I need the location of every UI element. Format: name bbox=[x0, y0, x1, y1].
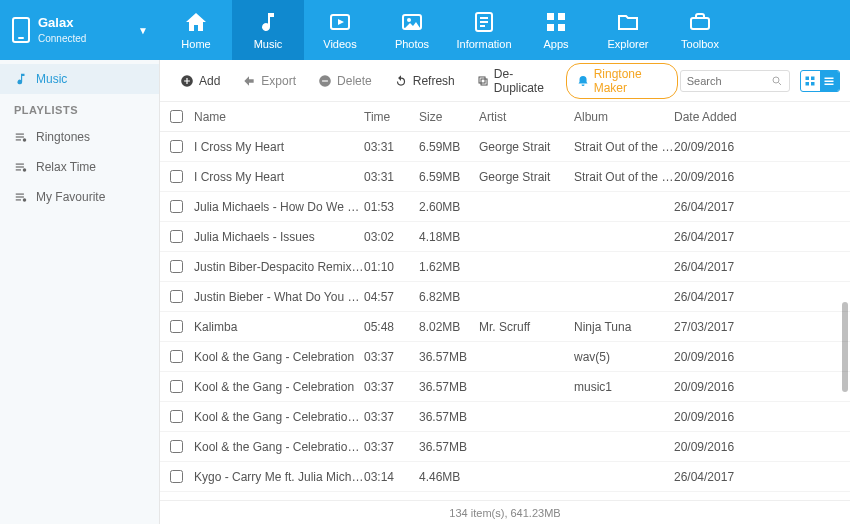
svg-rect-20 bbox=[16, 194, 24, 195]
explorer-icon bbox=[616, 10, 640, 34]
table-row[interactable]: Julia Michaels - How Do We Get Ba...01:5… bbox=[160, 192, 850, 222]
cell-date: 20/09/2016 bbox=[674, 170, 764, 184]
table-row[interactable]: Justin Bieber - What Do You Mean04:576.8… bbox=[160, 282, 850, 312]
cell-date: 20/09/2016 bbox=[674, 140, 764, 154]
svg-rect-8 bbox=[558, 13, 565, 20]
row-checkbox[interactable] bbox=[170, 410, 183, 423]
svg-rect-5 bbox=[480, 21, 488, 23]
svg-point-29 bbox=[773, 77, 779, 83]
cell-date: 20/09/2016 bbox=[674, 410, 764, 424]
nav-apps[interactable]: Apps bbox=[520, 0, 592, 60]
refresh-icon bbox=[394, 74, 408, 88]
svg-rect-31 bbox=[811, 76, 815, 80]
search-box[interactable] bbox=[680, 70, 790, 92]
col-artist[interactable]: Artist bbox=[479, 110, 574, 124]
row-checkbox-cell bbox=[170, 410, 194, 423]
nav-label: Information bbox=[456, 38, 511, 50]
table-row[interactable]: I Cross My Heart03:316.59MBGeorge Strait… bbox=[160, 132, 850, 162]
playlist-item[interactable]: Relax Time bbox=[0, 152, 159, 182]
deduplicate-icon bbox=[477, 74, 489, 88]
sidebar-music[interactable]: Music bbox=[0, 64, 159, 94]
playlist-item[interactable]: Ringtones bbox=[0, 122, 159, 152]
table-row[interactable]: Kool & the Gang - Celebration(2)03:3736.… bbox=[160, 432, 850, 462]
cell-date: 20/09/2016 bbox=[674, 440, 764, 454]
table-row[interactable]: Kool & the Gang - Celebration03:3736.57M… bbox=[160, 342, 850, 372]
svg-rect-4 bbox=[480, 17, 488, 19]
row-checkbox-cell bbox=[170, 170, 194, 183]
cell-name: Justin Biber-Despacito Remix Luis F... bbox=[194, 260, 364, 274]
music-icon bbox=[256, 10, 280, 34]
table-row[interactable]: Kygo - Carry Me ft. Julia Michaels03:144… bbox=[160, 462, 850, 492]
grid-view-button[interactable] bbox=[801, 71, 820, 91]
row-checkbox-cell bbox=[170, 140, 194, 153]
playlist-item[interactable]: My Favourite bbox=[0, 182, 159, 212]
nav-videos[interactable]: Videos bbox=[304, 0, 376, 60]
col-time[interactable]: Time bbox=[364, 110, 419, 124]
device-selector[interactable]: Galax Connected ▼ bbox=[0, 0, 160, 60]
view-switch bbox=[800, 70, 840, 92]
row-checkbox[interactable] bbox=[170, 470, 183, 483]
nav-label: Photos bbox=[395, 38, 429, 50]
refresh-button[interactable]: Refresh bbox=[384, 70, 465, 92]
cell-time: 05:48 bbox=[364, 320, 419, 334]
list-view-button[interactable] bbox=[820, 71, 839, 91]
table-row[interactable]: Kool & the Gang - Celebration03:3736.57M… bbox=[160, 372, 850, 402]
row-checkbox[interactable] bbox=[170, 170, 183, 183]
row-checkbox[interactable] bbox=[170, 320, 183, 333]
row-checkbox[interactable] bbox=[170, 230, 183, 243]
table-row[interactable]: I Cross My Heart03:316.59MBGeorge Strait… bbox=[160, 162, 850, 192]
cell-time: 01:53 bbox=[364, 200, 419, 214]
nav-label: Home bbox=[181, 38, 210, 50]
add-button[interactable]: Add bbox=[170, 70, 230, 92]
list-icon bbox=[823, 75, 835, 87]
cell-album: Strait Out of the B... bbox=[574, 170, 674, 184]
search-input[interactable] bbox=[687, 75, 767, 87]
row-checkbox[interactable] bbox=[170, 440, 183, 453]
row-checkbox[interactable] bbox=[170, 380, 183, 393]
table-row[interactable]: Justin Biber-Despacito Remix Luis F...01… bbox=[160, 252, 850, 282]
row-checkbox[interactable] bbox=[170, 350, 183, 363]
export-button[interactable]: Export bbox=[232, 70, 306, 92]
svg-rect-32 bbox=[806, 82, 810, 86]
cell-time: 03:37 bbox=[364, 440, 419, 454]
nav-toolbox[interactable]: Toolbox bbox=[664, 0, 736, 60]
col-album[interactable]: Album bbox=[574, 110, 674, 124]
cell-time: 03:31 bbox=[364, 140, 419, 154]
row-checkbox-cell bbox=[170, 230, 194, 243]
delete-button[interactable]: Delete bbox=[308, 70, 382, 92]
scrollbar[interactable] bbox=[842, 302, 848, 392]
col-size[interactable]: Size bbox=[419, 110, 479, 124]
nav-music[interactable]: Music bbox=[232, 0, 304, 60]
cell-name: Kool & the Gang - Celebration(2) bbox=[194, 440, 364, 454]
cell-size: 4.18MB bbox=[419, 230, 479, 244]
cell-album: music1 bbox=[574, 380, 674, 394]
nav-photos[interactable]: Photos bbox=[376, 0, 448, 60]
nav-home[interactable]: Home bbox=[160, 0, 232, 60]
cell-time: 01:10 bbox=[364, 260, 419, 274]
row-checkbox-cell bbox=[170, 470, 194, 483]
nav-label: Toolbox bbox=[681, 38, 719, 50]
row-checkbox[interactable] bbox=[170, 290, 183, 303]
row-checkbox[interactable] bbox=[170, 200, 183, 213]
nav-explorer[interactable]: Explorer bbox=[592, 0, 664, 60]
cell-date: 26/04/2017 bbox=[674, 230, 764, 244]
status-bar: 134 item(s), 641.23MB bbox=[160, 500, 850, 524]
table-row[interactable]: Kalimba05:488.02MBMr. ScruffNinja Tuna27… bbox=[160, 312, 850, 342]
nav-info[interactable]: Information bbox=[448, 0, 520, 60]
table-row[interactable]: Julia Michaels - Issues03:024.18MB26/04/… bbox=[160, 222, 850, 252]
deduplicate-button[interactable]: De-Duplicate bbox=[467, 63, 564, 99]
cell-size: 2.60MB bbox=[419, 200, 479, 214]
row-checkbox-cell bbox=[170, 320, 194, 333]
select-all-checkbox[interactable] bbox=[170, 110, 183, 123]
cell-date: 20/09/2016 bbox=[674, 380, 764, 394]
row-checkbox[interactable] bbox=[170, 140, 183, 153]
device-name: Galax bbox=[38, 15, 86, 32]
table-row[interactable]: Kool & the Gang - Celebration(1)03:3736.… bbox=[160, 402, 850, 432]
col-date[interactable]: Date Added bbox=[674, 110, 764, 124]
ringtone-label: Ringtone Maker bbox=[594, 67, 667, 95]
search-icon bbox=[771, 75, 783, 87]
ringtone-maker-button[interactable]: Ringtone Maker bbox=[566, 63, 678, 99]
svg-rect-35 bbox=[825, 80, 834, 82]
col-name[interactable]: Name bbox=[194, 110, 364, 124]
row-checkbox[interactable] bbox=[170, 260, 183, 273]
